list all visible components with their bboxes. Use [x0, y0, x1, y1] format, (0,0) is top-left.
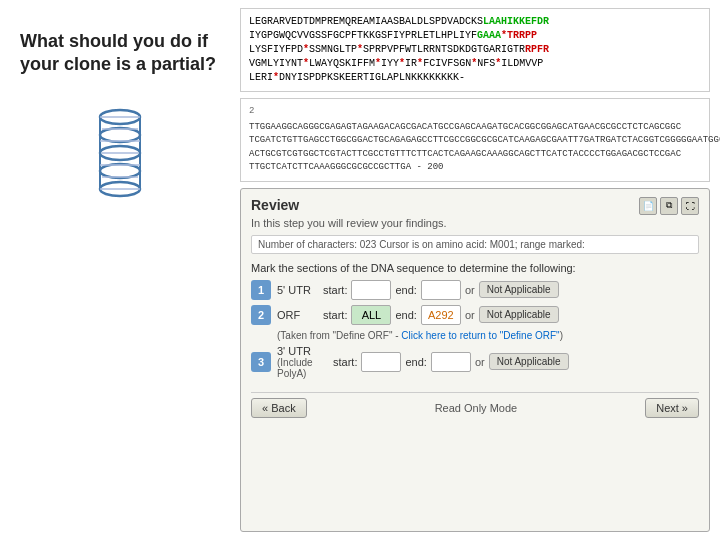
back-button[interactable]: « Back	[251, 398, 307, 418]
row-sublabel-3: (Include PolyA)	[277, 357, 327, 379]
or-text-3: or	[475, 356, 485, 368]
seq-line-2: IYGPGWQCVVGSSFGCPFTKKGSFIYPRLETLHPLIYFGA…	[249, 29, 701, 43]
review-title: Review	[251, 197, 639, 213]
doc-icon[interactable]: 📄	[639, 197, 657, 215]
row-start-end-2: start: end: or Not Applicable	[323, 305, 559, 325]
start-label-1: start:	[323, 284, 347, 296]
end-label-3: end:	[405, 356, 426, 368]
mark-label: Mark the sections of the DNA sequence to…	[251, 262, 699, 274]
svg-point-3	[100, 164, 140, 178]
na-btn-3[interactable]: Not Applicable	[489, 353, 569, 370]
row-label-3: 3' UTR	[277, 345, 317, 357]
end-input-3[interactable]	[431, 352, 471, 372]
end-input-2[interactable]	[421, 305, 461, 325]
left-panel: What should you do if your clone is a pa…	[0, 0, 240, 540]
end-label-1: end:	[395, 284, 416, 296]
seq-line-1: LEGRARVEDTDMPREMQREAMIAASBALDLSPDVADCKSL…	[249, 15, 701, 29]
read-only-mode-label: Read Only Mode	[435, 402, 518, 414]
seq2-num: 2	[249, 105, 701, 119]
page-title: What should you do if your clone is a pa…	[20, 30, 220, 77]
start-input-1[interactable]	[351, 280, 391, 300]
or-text-2: or	[465, 309, 475, 321]
row-num-1: 1	[251, 280, 271, 300]
utr-row-2: 2 ORF start: end: or Not Applicable	[251, 305, 699, 325]
char-info: Number of characters: 023 Cursor is on a…	[251, 235, 699, 254]
row-start-end-1: start: end: or Not Applicable	[323, 280, 559, 300]
row-start-end-3: start: end: or Not Applicable	[333, 352, 569, 372]
svg-point-1	[100, 128, 140, 142]
utr-row-1: 1 5' UTR start: end: or Not Applicable	[251, 280, 699, 300]
sequence-block-1: LEGRARVEDTDMPREMQREAMIAASBALDLSPDVADCKSL…	[240, 8, 710, 92]
expand-icon[interactable]: ⛶	[681, 197, 699, 215]
review-box: Review In this step you will review your…	[240, 188, 710, 533]
seq-line-4: VGMLYIYNT*LWAYQSKIFFM*IYY*IR*FCIVFSGN*NF…	[249, 57, 701, 71]
copy-icon[interactable]: ⧉	[660, 197, 678, 215]
or-text-1: or	[465, 284, 475, 296]
utr-row-3: 3 3' UTR (Include PolyA) start: end: or …	[251, 345, 699, 379]
sequence-block-2: 2 TTGGAAGGCAGGGCGAGAGTAGAAGACAGCGACATGCC…	[240, 98, 710, 182]
end-label-2: end:	[395, 309, 416, 321]
define-orf-link[interactable]: Click here to return to "Define ORF"	[401, 330, 559, 341]
start-label-3: start:	[333, 356, 357, 368]
row-label-2: ORF	[277, 309, 317, 321]
next-button[interactable]: Next »	[645, 398, 699, 418]
seq2-line3: ACTGCGTCGTGGCTCGTACTTCGCCTGTTTCTTCACTCAG…	[249, 148, 701, 162]
seq-line-5: LERI*DNYISPDPKSKEERTIGLAPLNKKKKKKKK-	[249, 71, 701, 85]
seq2-line1: TTGGAAGGCAGGGCGAGAGTAGAAGACAGCGACATGCCGA…	[249, 121, 701, 135]
start-input-2[interactable]	[351, 305, 391, 325]
review-subtitle: In this step you will review your findin…	[251, 217, 639, 229]
dna-icon	[20, 107, 220, 207]
row-label-1: 5' UTR	[277, 284, 317, 296]
seq2-line4: TTGCTCATCTTCAAAGGGCGCGCCGCTTGA - 200	[249, 161, 701, 175]
start-input-3[interactable]	[361, 352, 401, 372]
na-btn-1[interactable]: Not Applicable	[479, 281, 559, 298]
start-label-2: start:	[323, 309, 347, 321]
na-btn-2[interactable]: Not Applicable	[479, 306, 559, 323]
row-num-3: 3	[251, 352, 271, 372]
row-num-2: 2	[251, 305, 271, 325]
seq2-line2: TCGATCTGTTGAGCCTGGCGGACTGCAGAGAGCCTTCGCC…	[249, 134, 701, 148]
right-panel: LEGRARVEDTDMPREMQREAMIAASBALDLSPDVADCKSL…	[240, 0, 720, 540]
seq-line-3: LYSFIYFPD*SSMNGLTP*SPRPVPFWTLRRNTSDKDGTG…	[249, 43, 701, 57]
review-header: Review In this step you will review your…	[251, 197, 699, 235]
review-header-text: Review In this step you will review your…	[251, 197, 639, 235]
bottom-bar: « Back Read Only Mode Next »	[251, 392, 699, 418]
orf-note: (Taken from "Define ORF" - Click here to…	[277, 330, 699, 341]
end-input-1[interactable]	[421, 280, 461, 300]
